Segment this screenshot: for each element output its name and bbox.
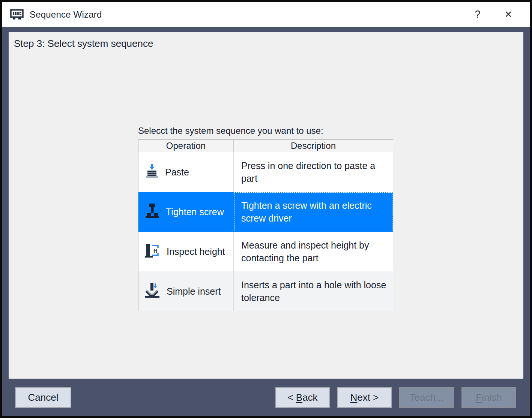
table-label: Selecct the system sequence you want to … bbox=[138, 126, 393, 136]
description-text: Press in one direction to paste a part bbox=[241, 159, 388, 185]
button-bar: Cancel < Back Next > Teach... Finish bbox=[2, 379, 530, 416]
description-text: Measure and inspect height by contacting… bbox=[241, 239, 388, 264]
operation-cell[interactable]: Simple insert bbox=[138, 271, 234, 311]
column-header-operation[interactable]: Operation bbox=[138, 140, 234, 152]
svg-text:H: H bbox=[153, 247, 158, 254]
titlebar[interactable]: Sequence Wizard ? ✕ bbox=[2, 2, 530, 27]
cancel-button[interactable]: Cancel bbox=[15, 387, 71, 408]
description-cell[interactable]: Measure and inspect height by contacting… bbox=[234, 232, 393, 271]
table-row-inspect-height[interactable]: H Inspect height Measure and inspect hei… bbox=[138, 232, 393, 271]
teach-button[interactable]: Teach... bbox=[399, 387, 454, 408]
operation-label: Tighten screw bbox=[166, 207, 224, 217]
operation-cell[interactable]: H Inspect height bbox=[138, 232, 234, 271]
sequence-table: Operation Description bbox=[138, 139, 393, 311]
operation-label: Inspect height bbox=[167, 246, 225, 257]
column-header-description[interactable]: Description bbox=[234, 140, 393, 152]
titlebar-controls: ? ✕ bbox=[471, 2, 530, 27]
description-cell[interactable]: Press in one direction to paste a part bbox=[234, 152, 393, 192]
operation-label: Paste bbox=[165, 167, 189, 178]
table-header-row: Operation Description bbox=[138, 140, 393, 152]
description-cell[interactable]: Inserts a part into a hole with loose to… bbox=[234, 271, 393, 311]
table-row-simple-insert[interactable]: Simple insert Inserts a part into a hole… bbox=[138, 271, 393, 311]
step-heading: Step 3: Select system sequence bbox=[14, 38, 153, 49]
screwdriver-icon bbox=[144, 203, 161, 221]
close-button[interactable]: ✕ bbox=[502, 2, 515, 27]
help-button[interactable]: ? bbox=[471, 2, 484, 27]
table-row-tighten-screw[interactable]: Tighten screw Tighten a screw with an el… bbox=[138, 192, 393, 232]
height-inspect-icon: H bbox=[144, 243, 161, 261]
operation-cell[interactable]: Tighten screw bbox=[138, 192, 234, 232]
description-text: Tighten a screw with an electric screw d… bbox=[241, 199, 388, 225]
operation-cell[interactable]: Paste bbox=[138, 152, 234, 192]
insert-icon bbox=[144, 282, 161, 300]
sequence-table-section: Selecct the system sequence you want to … bbox=[138, 126, 393, 311]
press-paste-icon bbox=[144, 163, 160, 181]
sequence-wizard-dialog: Sequence Wizard ? ✕ Step 3: Select syste… bbox=[0, 0, 532, 418]
finish-button[interactable]: Finish bbox=[461, 387, 516, 408]
window-title: Sequence Wizard bbox=[30, 9, 102, 20]
dialog-frame: Step 3: Select system sequence Selecct t… bbox=[2, 27, 530, 416]
controller-device-icon bbox=[10, 9, 24, 20]
table-row-paste[interactable]: Paste Press in one direction to paste a … bbox=[138, 152, 393, 192]
operation-label: Simple insert bbox=[167, 286, 221, 297]
back-button[interactable]: < Back bbox=[275, 387, 330, 408]
content-panel: Step 3: Select system sequence Selecct t… bbox=[9, 32, 523, 379]
description-text: Inserts a part into a hole with loose to… bbox=[241, 279, 388, 304]
next-button[interactable]: Next > bbox=[337, 387, 392, 408]
description-cell[interactable]: Tighten a screw with an electric screw d… bbox=[234, 192, 393, 232]
